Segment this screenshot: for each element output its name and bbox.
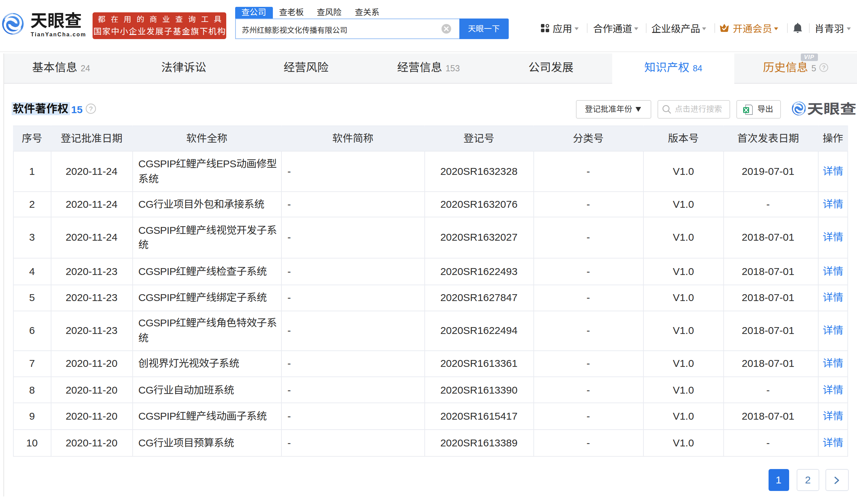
svg-text:?: ?: [822, 64, 825, 71]
svg-text:?: ?: [89, 105, 93, 112]
